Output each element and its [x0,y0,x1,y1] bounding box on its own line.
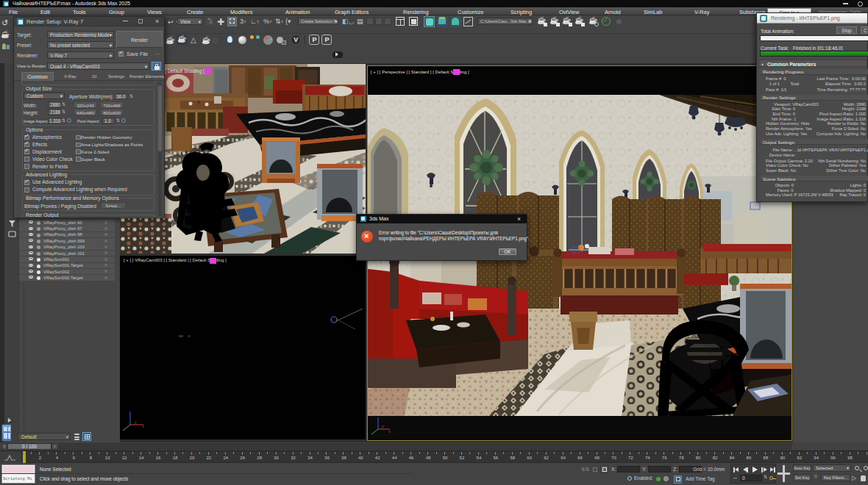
svg-text:x: x [388,429,391,434]
svg-text:y: y [382,424,384,428]
svg-text:y: y [135,420,137,424]
svg-text:x: x [142,424,144,428]
